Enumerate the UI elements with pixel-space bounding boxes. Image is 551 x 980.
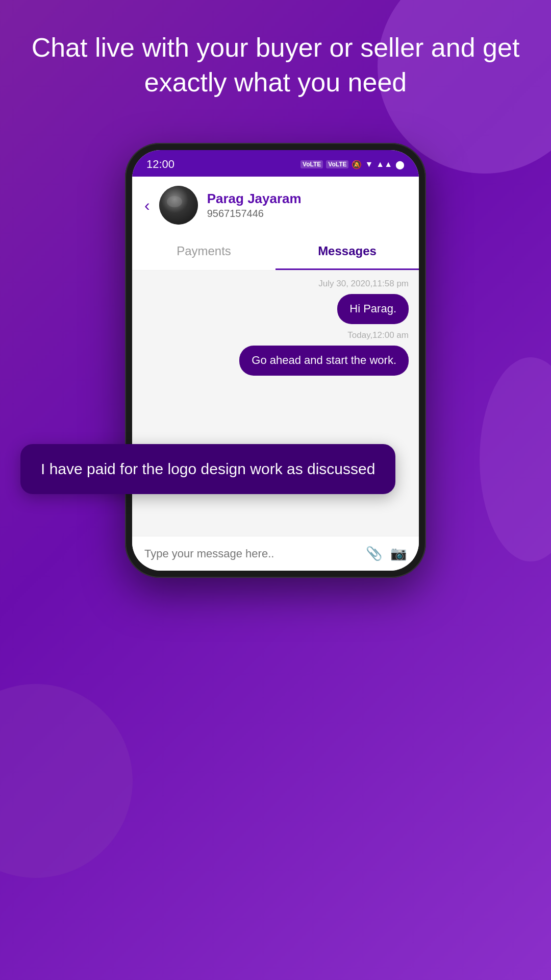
chat-header: ‹ Parag Jayaram 9567157446: [132, 177, 419, 234]
tab-messages[interactable]: Messages: [276, 234, 419, 270]
date-label-1: July 30, 2020,11:58 pm: [142, 279, 409, 289]
avatar: [159, 186, 198, 225]
attachment-icon[interactable]: 📎: [366, 546, 382, 561]
messages-area: July 30, 2020,11:58 pm Hi Parag. Today,1…: [132, 271, 419, 536]
message-bubble-1: Hi Parag.: [142, 294, 409, 324]
bg-decoration-mid-right: [480, 357, 551, 561]
headline-text: Chat live with your buyer or seller and …: [0, 31, 551, 100]
bg-decoration-bottom-left: [0, 684, 133, 878]
volte1-icon: VoLTE: [300, 160, 323, 168]
contact-name: Parag Jayaram: [207, 191, 407, 207]
tooltip-bubble: I have paid for the logo design work as …: [20, 444, 395, 494]
battery-icon: ⬤: [395, 160, 405, 169]
mute-icon: 🔕: [352, 160, 362, 169]
status-time: 12:00: [146, 158, 174, 171]
phone-outer-shell: 12:00 VoLTE VoLTE 🔕 ▼ ▲▲ ⬤ ‹ Parag Jayar…: [125, 143, 426, 578]
camera-icon[interactable]: 📷: [390, 546, 407, 561]
contact-phone: 9567157446: [207, 208, 407, 219]
volte2-icon: VoLTE: [326, 160, 348, 168]
date-label-2: Today,12:00 am: [142, 330, 409, 340]
message-input[interactable]: [144, 547, 358, 560]
bubble-go-ahead: Go ahead and start the work.: [239, 346, 409, 376]
contact-info: Parag Jayaram 9567157446: [207, 191, 407, 219]
tab-payments[interactable]: Payments: [132, 234, 276, 270]
chat-tabs: Payments Messages: [132, 234, 419, 271]
bubble-hi-parag: Hi Parag.: [337, 294, 409, 324]
status-bar: 12:00 VoLTE VoLTE 🔕 ▼ ▲▲ ⬤: [132, 150, 419, 177]
message-bubble-2: Go ahead and start the work.: [142, 346, 409, 376]
avatar-image: [159, 186, 198, 225]
wifi-icon: ▼: [365, 160, 373, 169]
signal-icon: ▲▲: [376, 160, 392, 169]
input-area: 📎 📷: [132, 536, 419, 571]
phone-mockup: 12:00 VoLTE VoLTE 🔕 ▼ ▲▲ ⬤ ‹ Parag Jayar…: [125, 143, 426, 578]
status-icons: VoLTE VoLTE 🔕 ▼ ▲▲ ⬤: [300, 160, 405, 169]
phone-screen: 12:00 VoLTE VoLTE 🔕 ▼ ▲▲ ⬤ ‹ Parag Jayar…: [132, 150, 419, 571]
back-button[interactable]: ‹: [144, 196, 150, 215]
